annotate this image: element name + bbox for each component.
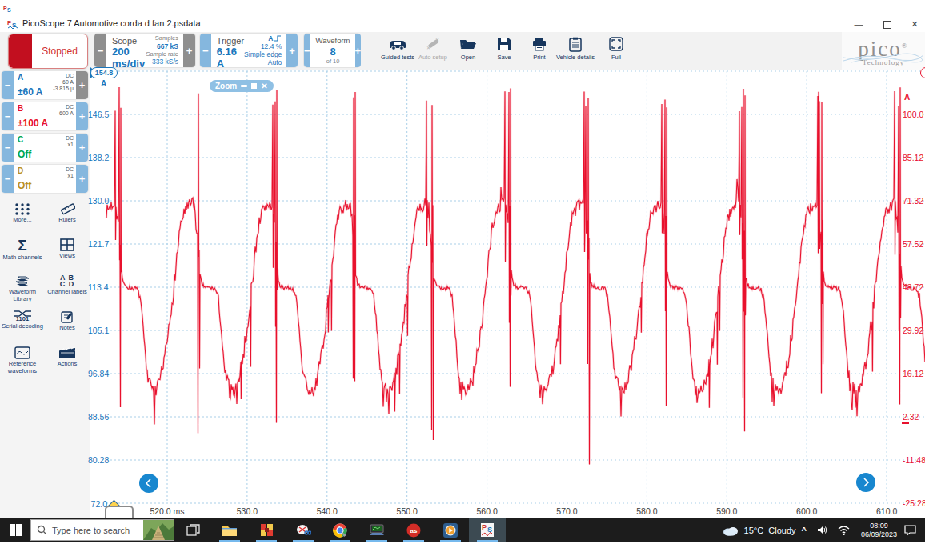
zoom-overlay-toolbar[interactable]: Zoom ✕ — [210, 80, 274, 92]
close-button[interactable]: ✕ — [903, 18, 925, 30]
rulers-button[interactable]: Rulers — [45, 198, 90, 233]
full-screen-button[interactable]: Full — [599, 34, 634, 68]
channel-b-axis-tag[interactable] — [920, 67, 925, 78]
search-input[interactable]: Type here to search — [30, 519, 174, 541]
waveform-library-button[interactable]: Waveform Library — [0, 270, 45, 305]
waveform-of: of 10 — [326, 58, 340, 66]
save-button[interactable]: Save — [487, 34, 522, 68]
guided-tests-button[interactable]: Guided tests — [380, 34, 415, 68]
channel-c-card[interactable]: − C Off DCx1 + — [2, 134, 88, 162]
vehicle-details-button[interactable]: Vehicle details — [558, 34, 593, 68]
svg-text:as: as — [410, 527, 418, 534]
chevron-left-icon — [145, 478, 153, 488]
channel-a-decrease-button[interactable]: − — [2, 71, 14, 99]
taskbar-lastpass-button[interactable]: as — [395, 518, 432, 542]
maximize-icon — [883, 21, 891, 29]
start-button[interactable] — [0, 518, 30, 542]
timebase-panel: − Scope 200 ms/div Samples 667 kS Sample… — [94, 34, 195, 67]
zoom-minimize-icon[interactable] — [241, 85, 247, 87]
fullscreen-icon — [609, 34, 623, 54]
taskbar-mosaic-app-button[interactable] — [248, 518, 285, 542]
tray-expand-chevron[interactable]: ^ — [802, 526, 807, 535]
running-indicator — [403, 540, 424, 542]
notes-button[interactable]: Notes — [45, 306, 90, 341]
sample-rate-label: Sample rate — [146, 51, 178, 58]
math-channels-button[interactable]: Σ Math channels — [0, 234, 45, 269]
x-axis-tick: 540.0 — [317, 506, 338, 516]
taskbar-monitor-app-button[interactable] — [358, 518, 395, 542]
task-view-icon — [186, 524, 200, 536]
x-axis-tick: 590.0 — [716, 506, 737, 516]
taskbar-task-view-button[interactable] — [174, 518, 211, 542]
taskbar-file-explorer-button[interactable] — [211, 518, 248, 542]
actions-button[interactable]: Actions — [45, 342, 90, 377]
channel-b-info: DC600 A — [59, 104, 74, 117]
scope-view[interactable]: 146.5138.2130.0121.7113.4105.196.8488.56… — [90, 70, 925, 518]
taskbar-chrome-button[interactable] — [322, 518, 358, 542]
channel-b-card[interactable]: − B ±100 A DC600 A + — [2, 102, 88, 130]
x-axis-tick: 560.0 — [476, 506, 497, 516]
channel-d-card[interactable]: − D Off DCx1 + — [2, 165, 88, 193]
channel-c-decrease-button[interactable]: − — [2, 134, 14, 162]
zoom-window-icon[interactable] — [251, 83, 257, 89]
pan-left-button[interactable] — [139, 474, 158, 493]
system-tray: 15°C Cloudy ^ 08:09 06/09/2023 — [722, 518, 925, 542]
views-button[interactable]: Views — [45, 234, 90, 269]
channel-b-zero-marker[interactable] — [902, 422, 909, 424]
zoom-close-icon[interactable]: ✕ — [261, 82, 267, 90]
channel-a-increase-button[interactable]: + — [76, 71, 88, 99]
serial-decoding-button[interactable]: 1101 Serial decoding — [0, 306, 45, 341]
taskbar-snipping-tool-button[interactable] — [285, 518, 322, 542]
left-axis-tick: 80.28 — [88, 455, 106, 465]
channel-a-axis-tag[interactable]: 154.8 — [90, 67, 97, 78]
print-button[interactable]: Print — [522, 34, 557, 68]
channel-d-increase-button[interactable]: + — [76, 165, 88, 193]
channel-labels-button[interactable]: A BC D Channel labels — [45, 270, 90, 305]
auto-setup-button[interactable]: ✕✕ Auto setup — [415, 34, 450, 68]
waveform-number: 8 — [330, 46, 335, 58]
maximize-button[interactable] — [875, 18, 899, 30]
start-stop-button[interactable]: Stopped — [8, 34, 88, 69]
trigger-title: Trigger — [217, 36, 244, 46]
waveform-prev-button[interactable]: − — [304, 34, 310, 67]
volume-icon[interactable] — [817, 525, 828, 535]
more-button[interactable]: More... — [0, 198, 45, 233]
channel-b-letter: B — [18, 104, 23, 113]
right-axis-tick: 71.32 — [903, 196, 923, 206]
trigger-value[interactable]: 6.16 A — [217, 46, 244, 70]
trigger-increase-button[interactable]: + — [286, 34, 298, 67]
notification-center-icon[interactable] — [903, 524, 917, 536]
timebase-decrease-button[interactable]: − — [94, 34, 106, 67]
reference-waveforms-button[interactable]: Reference waveforms — [0, 342, 45, 377]
minimize-button[interactable]: — — [847, 18, 871, 30]
pan-right-button[interactable] — [856, 473, 875, 492]
search-icon — [37, 525, 47, 535]
serial-icon: 1101 — [13, 310, 32, 322]
rising-edge-icon — [274, 35, 282, 42]
channel-a-card[interactable]: − A ±60 A DC60 A-3.815 µ + — [2, 71, 88, 99]
taskbar-media-player-button[interactable] — [432, 518, 469, 542]
running-indicator — [477, 540, 498, 542]
weather-text[interactable]: 15°C Cloudy — [744, 526, 796, 535]
timebase-value[interactable]: 200 ms/div — [112, 46, 146, 70]
magic-wand-icon: ✕✕ — [425, 34, 441, 54]
channel-d-decrease-button[interactable]: − — [2, 165, 14, 193]
channel-b-increase-button[interactable]: + — [76, 102, 88, 130]
snipping-tool-icon — [296, 524, 311, 537]
waveform-next-button[interactable]: + — [355, 34, 362, 67]
open-folder-icon — [459, 34, 477, 54]
trigger-decrease-button[interactable]: − — [200, 34, 211, 67]
channel-c-increase-button[interactable]: + — [76, 134, 88, 162]
channel-a-letter: A — [18, 73, 23, 82]
clock[interactable]: 08:09 06/09/2023 — [861, 522, 897, 539]
channel-b-decrease-button[interactable]: − — [2, 102, 14, 130]
sidebar-tools: More... Rulers Σ Math channels Views Wav… — [0, 198, 90, 377]
waveform-title: Waveform — [316, 36, 350, 45]
open-button[interactable]: Open — [450, 34, 486, 68]
main-toolbar: Stopped − Scope 200 ms/div Samples 667 k… — [0, 32, 925, 71]
right-axis-tick: 16.12 — [903, 369, 923, 378]
taskbar-picoscope-button[interactable]: PS — [469, 518, 506, 542]
timebase-increase-button[interactable]: + — [183, 34, 195, 67]
wifi-icon[interactable] — [838, 526, 850, 535]
svg-text:P: P — [482, 523, 487, 531]
